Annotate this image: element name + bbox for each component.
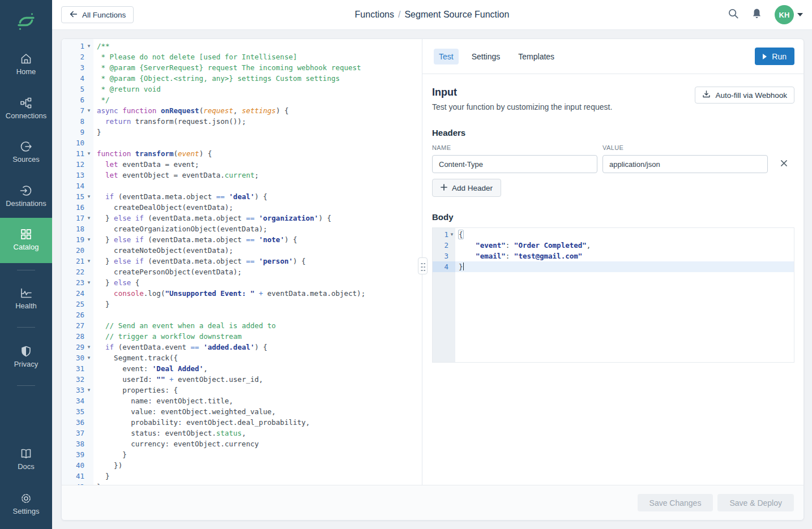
code-line[interactable]: 10 [62, 137, 422, 148]
breadcrumb-section[interactable]: Functions [355, 10, 394, 19]
code-line[interactable]: 11▾function transform(event) { [62, 148, 422, 159]
header-value-input[interactable] [602, 155, 768, 173]
fold-spacer [84, 288, 93, 299]
sidebar-item-label: Home [0, 67, 52, 76]
body-json-editor[interactable]: 1▾{2 "event": "Order Completed",3 "email… [432, 227, 794, 363]
fold-arrow-icon[interactable]: ▾ [84, 256, 93, 266]
fold-arrow-icon[interactable]: ▾ [84, 234, 93, 245]
code-line[interactable]: 23▾ } else { [62, 277, 422, 288]
code-line[interactable]: 22 createPersonObject(eventData); [62, 266, 422, 277]
sidebar-item-health[interactable]: Health [0, 287, 52, 310]
code-line[interactable]: 41 } [62, 471, 422, 481]
code-line[interactable]: 26 [62, 309, 422, 320]
code-line[interactable]: 37 status: eventObject.status, [62, 428, 422, 438]
code-line[interactable]: 20 createNoteObject(eventData); [62, 245, 422, 256]
all-functions-back-button[interactable]: All Functions [61, 6, 134, 23]
fold-spacer [84, 471, 93, 481]
code-line[interactable]: 8 return transform(request.json()); [62, 116, 422, 127]
fold-arrow-icon[interactable]: ▾ [84, 277, 93, 288]
code-line[interactable]: 17▾ } else if (eventData.meta.object == … [62, 213, 422, 223]
code-line[interactable]: 39 } [62, 449, 422, 460]
sidebar-item-settings[interactable]: Settings [0, 492, 52, 515]
code-line[interactable]: 6 */ [62, 94, 422, 105]
sidebar-item-home[interactable]: Home [0, 53, 52, 76]
code-line[interactable]: 27 // Send an event when a deal is added… [62, 320, 422, 331]
code-line[interactable]: 29▾ if (eventData.event == 'added.deal')… [62, 342, 422, 352]
code-line[interactable]: 33▾ properties: { [62, 385, 422, 395]
code-line[interactable]: 42} [62, 481, 422, 485]
top-header: All Functions Functions/Segment Source F… [52, 0, 812, 30]
fold-spacer [84, 406, 93, 417]
code-line[interactable]: 19▾ } else if (eventData.meta.object == … [62, 234, 422, 245]
segment-logo-icon[interactable] [15, 10, 37, 33]
fold-spacer [84, 127, 93, 137]
sidebar-item-docs[interactable]: Docs [0, 448, 52, 471]
destinations-icon [20, 184, 32, 197]
code-line[interactable]: 1▾/** [62, 41, 422, 51]
sidebar-item-sources[interactable]: Sources [0, 140, 52, 164]
sidebar-item-connections[interactable]: Connections [0, 97, 52, 120]
code-line[interactable]: 9} [62, 127, 422, 137]
fold-arrow-icon[interactable]: ▾ [84, 342, 93, 352]
code-line[interactable]: 34 name: eventObject.title, [62, 395, 422, 406]
fold-arrow-icon[interactable]: ▾ [84, 41, 93, 51]
code-line[interactable]: 16 createDealObject(eventData); [62, 202, 422, 213]
header-name-input[interactable] [432, 155, 597, 173]
sidebar-item-destinations[interactable]: Destinations [0, 184, 52, 208]
code-line[interactable]: 2 * Please do not delete [used for Intel… [62, 51, 422, 62]
code-line[interactable]: 32 userId: "" + eventObject.user_id, [62, 374, 422, 385]
test-panel-content: Input Test your function by customizing … [422, 74, 804, 485]
code-line[interactable]: 40 }) [62, 460, 422, 471]
code-line[interactable]: 7▾async function onRequest(request, sett… [62, 105, 422, 116]
search-icon[interactable] [728, 8, 739, 21]
code-line[interactable]: 14 [62, 180, 422, 191]
fold-spacer [84, 299, 93, 309]
code-line[interactable]: 12 let eventData = event; [62, 159, 422, 170]
fold-spacer [84, 331, 93, 342]
code-line[interactable]: 30▾ Segment.track({ [62, 352, 422, 363]
fold-arrow-icon[interactable]: ▾ [84, 352, 93, 363]
tab-templates[interactable]: Templates [513, 49, 559, 64]
notifications-bell-icon[interactable] [751, 8, 762, 22]
health-icon [20, 287, 32, 299]
code-line[interactable]: 25 } [62, 299, 422, 309]
tab-settings[interactable]: Settings [467, 49, 506, 64]
remove-header-button[interactable] [778, 158, 789, 170]
fold-arrow-icon[interactable]: ▾ [448, 229, 455, 240]
code-line[interactable]: 15▾ if (eventData.meta.object == 'deal')… [62, 191, 422, 202]
fold-arrow-icon[interactable]: ▾ [84, 385, 93, 395]
fold-arrow-icon[interactable]: ▾ [84, 105, 93, 116]
code-line[interactable]: 18 createOrganizationObject(eventData); [62, 223, 422, 234]
sidebar-item-privacy[interactable]: Privacy [0, 345, 52, 368]
code-line[interactable]: 21▾ } else if (eventData.meta.object == … [62, 256, 422, 266]
code-line[interactable]: 35 value: eventObject.weighted_value, [62, 406, 422, 417]
body-section-title: Body [432, 212, 794, 222]
code-line[interactable]: 4} [433, 261, 794, 272]
code-line[interactable]: 1▾{ [433, 229, 794, 240]
code-line[interactable]: 36 probability: eventObject.deal_probabi… [62, 417, 422, 428]
code-line[interactable]: 3 * @param {ServerRequest} request The i… [62, 62, 422, 73]
code-line[interactable]: 24 console.log("Unsupported Event: " + e… [62, 288, 422, 299]
code-line[interactable]: 2 "event": "Order Completed", [433, 240, 794, 251]
add-header-button[interactable]: Add Header [432, 179, 501, 197]
user-menu[interactable]: KH [775, 5, 803, 24]
code-line[interactable]: 5 * @return void [62, 84, 422, 94]
tab-test[interactable]: Test [434, 49, 459, 64]
code-line[interactable]: 4 * @param {Object.<string, any>} settin… [62, 73, 422, 84]
fold-arrow-icon[interactable]: ▾ [84, 213, 93, 223]
fold-arrow-icon[interactable]: ▾ [84, 191, 93, 202]
code-line[interactable]: 28 // trigger a workflow downstream [62, 331, 422, 342]
code-line[interactable]: 38 currency: eventObject.currency [62, 438, 422, 449]
autofill-webhook-button[interactable]: Auto-fill via Webhook [695, 87, 794, 104]
code-line[interactable]: 3 "email": "test@gmail.com" [433, 251, 794, 261]
pane-splitter-handle[interactable] [418, 257, 428, 274]
sidebar-item-catalog[interactable]: Catalog [0, 218, 52, 263]
save-changes-button[interactable]: Save Changes [638, 494, 713, 511]
code-line[interactable]: 13 let eventObject = eventData.current; [62, 170, 422, 180]
code-line[interactable]: 31 event: 'Deal Added', [62, 363, 422, 374]
code-editor[interactable]: 1▾/**2 * Please do not delete [used for … [62, 39, 422, 485]
run-button[interactable]: Run [755, 48, 794, 65]
save-deploy-button[interactable]: Save & Deploy [717, 494, 794, 511]
avatar[interactable]: KH [775, 5, 794, 24]
fold-arrow-icon[interactable]: ▾ [84, 148, 93, 159]
